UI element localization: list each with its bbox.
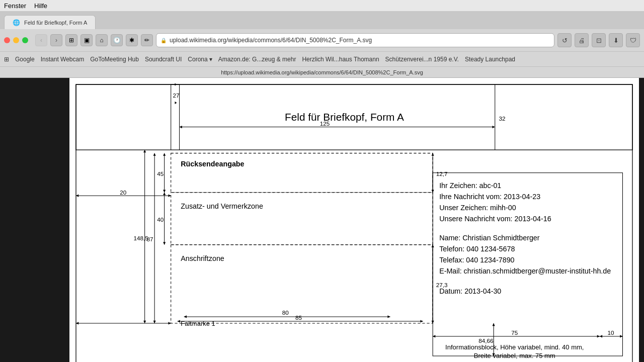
right-panel <box>639 78 644 362</box>
menu-fenster[interactable]: Fenster <box>4 2 26 10</box>
svg-marker-10 <box>180 126 182 128</box>
svg-marker-50 <box>184 315 187 318</box>
reader-button[interactable]: ▣ <box>80 34 93 46</box>
minimize-button[interactable] <box>13 37 19 43</box>
svg-text:40: 40 <box>157 216 164 223</box>
svg-marker-34 <box>153 153 156 156</box>
address-bar[interactable]: 🔒 upload.wikimedia.org/wikipedia/commons… <box>156 33 554 47</box>
traffic-lights <box>4 37 28 43</box>
tab-title: Feld für Briefkopf, Form A <box>24 20 87 26</box>
svg-text:Feld für Briefkopf, Form A: Feld für Briefkopf, Form A <box>285 111 404 123</box>
bookmark-gotomeeting-label: GoToMeeting Hub <box>90 56 139 63</box>
svg-text:10: 10 <box>608 329 615 336</box>
svg-marker-26 <box>163 153 166 156</box>
svg-marker-31 <box>163 242 166 245</box>
bookmark-button[interactable]: ✱ <box>126 34 138 46</box>
bookmark-apps[interactable]: ⊞ <box>4 56 9 63</box>
share-button[interactable]: ⊡ <box>592 33 606 47</box>
svg-text:12,7: 12,7 <box>436 170 448 177</box>
lock-icon: 🔒 <box>160 38 167 43</box>
svg-text:75: 75 <box>511 329 518 336</box>
svg-text:Telefon: 040 1234-5678: Telefon: 040 1234-5678 <box>439 245 515 253</box>
bookmark-instant-webcam[interactable]: Instant Webcam <box>41 56 84 63</box>
back-button[interactable]: ‹ <box>35 34 47 46</box>
svg-marker-54 <box>178 320 180 322</box>
bookmark-amazon-label: Amazon.de: G...zeug & mehr <box>218 56 296 63</box>
svg-text:32: 32 <box>499 115 506 122</box>
svg-text:125: 125 <box>320 120 330 127</box>
svg-text:20: 20 <box>120 189 127 196</box>
svg-text:Faltmarke 1: Faltmarke 1 <box>181 320 215 327</box>
address-text: upload.wikimedia.org/wikipedia/commons/6… <box>170 37 372 44</box>
svg-viewer[interactable]: Feld für Briefkopf, Form A 27 125 32 20 <box>69 78 639 362</box>
bookmark-corona[interactable]: Corona ▾ <box>188 56 212 63</box>
bookmark-soundcraft-label: Soundcraft UI <box>145 56 182 63</box>
svg-marker-16 <box>76 195 78 197</box>
tab-favicon: 🌐 <box>13 19 20 26</box>
bookmark-google[interactable]: Google <box>15 56 35 63</box>
svg-rect-21 <box>171 193 433 245</box>
svg-text:80: 80 <box>282 309 289 316</box>
svg-marker-6 <box>175 83 177 85</box>
svg-text:Breite variabel, max. 75 mm: Breite variabel, max. 75 mm <box>474 352 555 359</box>
bookmark-amazon[interactable]: Amazon.de: G...zeug & mehr <box>218 56 296 63</box>
bookmark-schuetzen-label: Schützenverei...n 1959 e.V. <box>385 56 459 63</box>
bookmark-corona-label: Corona <box>188 56 207 63</box>
svg-text:45: 45 <box>157 170 164 177</box>
maximize-button[interactable] <box>22 37 28 43</box>
svg-rect-0 <box>76 84 632 362</box>
forward-button[interactable]: › <box>50 34 62 46</box>
close-button[interactable] <box>4 37 10 43</box>
svg-text:Anschriftzone: Anschriftzone <box>181 254 224 262</box>
svg-text:27: 27 <box>173 92 180 99</box>
svg-text:E-Mail: christian.schmidtberge: E-Mail: christian.schmidtberger@muster-i… <box>439 267 611 275</box>
home-button[interactable]: ⌂ <box>96 34 108 46</box>
edit-button[interactable]: ✏ <box>141 34 153 46</box>
svg-text:Telefax: 040 1234-7890: Telefax: 040 1234-7890 <box>439 256 514 264</box>
extension-button[interactable]: ⬇ <box>609 33 623 47</box>
bookmark-steady[interactable]: Steady Launchpad <box>465 56 515 63</box>
bookmarks-bar: ⊞ Google Instant Webcam GoToMeeting Hub … <box>0 51 644 66</box>
bookmark-schuetzen[interactable]: Schützenverei...n 1959 e.V. <box>385 56 459 63</box>
svg-text:85: 85 <box>295 314 302 321</box>
history-button[interactable]: 🕐 <box>111 34 123 46</box>
svg-marker-68 <box>433 335 435 337</box>
svg-marker-39 <box>143 321 146 323</box>
svg-marker-27 <box>163 190 166 192</box>
svg-marker-69 <box>597 335 600 337</box>
left-panel <box>0 78 69 362</box>
browser-chrome: 🌐 Feld für Briefkopf, Form A ‹ › ⊞ ▣ ⌂ 🕐… <box>0 11 644 78</box>
bookmark-google-label: Google <box>15 56 35 63</box>
tab-overview-button[interactable]: ⊞ <box>65 34 77 46</box>
bookmark-thomann-label: Herzlich Wil...haus Thomann <box>302 56 379 63</box>
svg-marker-30 <box>163 193 166 195</box>
bookmark-gotomeeting[interactable]: GoToMeeting Hub <box>90 56 139 63</box>
svg-text:Unsere Nachricht vom: 2013-04-: Unsere Nachricht vom: 2013-04-16 <box>439 215 551 223</box>
browser-toolbar: ‹ › ⊞ ▣ ⌂ 🕐 ✱ ✏ 🔒 upload.wikimedia.org/w… <box>0 29 644 51</box>
svg-text:Rücksendeangabe: Rücksendeangabe <box>181 160 244 168</box>
bookmark-instant-webcam-label: Instant Webcam <box>41 56 84 63</box>
svg-rect-19 <box>171 153 433 193</box>
bookmark-thomann[interactable]: Herzlich Wil...haus Thomann <box>302 56 379 63</box>
svg-marker-55 <box>420 320 423 322</box>
bookmark-soundcraft[interactable]: Soundcraft UI <box>145 56 182 63</box>
status-bar: https://upload.wikimedia.org/wikipedia/c… <box>0 66 644 77</box>
browser-tab[interactable]: 🌐 Feld für Briefkopf, Form A <box>4 15 96 29</box>
svg-marker-83 <box>168 322 171 324</box>
svg-marker-51 <box>387 315 390 318</box>
svg-marker-38 <box>143 150 146 152</box>
content-area: Feld für Briefkopf, Form A 27 125 32 20 <box>0 78 644 362</box>
shield-button[interactable]: 🛡 <box>626 33 640 47</box>
svg-text:Datum: 2013-04-30: Datum: 2013-04-30 <box>439 287 501 295</box>
svg-text:Zusatz- und Vermerkzone: Zusatz- und Vermerkzone <box>181 202 263 210</box>
menu-hilfe[interactable]: Hilfe <box>34 2 47 10</box>
print-button[interactable]: 🖨 <box>575 33 589 47</box>
bookmark-steady-label: Steady Launchpad <box>465 56 515 63</box>
svg-text:Ihr Zeichen: abc-01: Ihr Zeichen: abc-01 <box>439 182 501 190</box>
status-url: https://upload.wikimedia.org/wikipedia/c… <box>221 69 423 75</box>
reload-button[interactable]: ↺ <box>557 33 572 47</box>
svg-marker-73 <box>620 335 622 337</box>
chevron-down-icon: ▾ <box>209 56 212 63</box>
svg-marker-7 <box>175 102 177 104</box>
svg-text:Informationsblock, Höhe variab: Informationsblock, Höhe variabel, mind. … <box>445 343 584 351</box>
